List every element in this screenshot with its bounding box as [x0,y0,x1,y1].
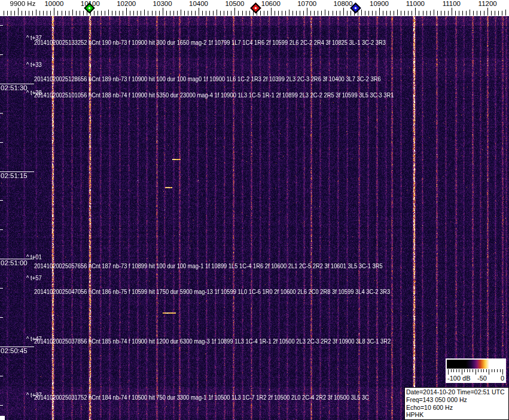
db-tick [462,369,462,375]
db-tick [494,369,495,372]
frequency-tick [470,10,470,16]
frequency-tick [448,11,449,16]
frequency-tick [333,11,333,16]
db-tick [467,369,468,372]
frequency-tick [152,11,153,16]
frequency-tick [318,11,318,16]
time-label: 02:50:45 [1,347,28,354]
frequency-tick [430,11,431,16]
frequency-axis-label: 10500 [225,0,244,7]
db-tick [453,369,454,372]
frequency-axis-label: 10200 [117,0,136,7]
frequency-tick [267,11,268,16]
info-echo-freq: Echo=10 600 Hz [406,404,507,412]
frequency-tick [83,11,84,16]
event-time-marker: ^ t+01 [26,253,42,260]
detection-log-line: 20141020025037856 hCnt 185 nb-74 f 10900… [34,338,391,345]
frequency-tick [130,11,130,16]
db-tick [451,369,452,372]
frequency-tick [278,11,279,16]
frequency-tick [441,11,441,16]
event-time-marker: ^ t+57 [26,274,42,281]
frequency-tick [423,11,423,16]
frequency-tick [14,11,15,16]
time-minor-tick [0,54,3,55]
frequency-tick [65,11,66,16]
frequency-tick [123,11,123,16]
frequency-tick [397,10,398,16]
frequency-tick [43,11,44,16]
frequency-tick [18,8,19,16]
detection-log-line: 20141020025128656 hCnt 189 nb-73 f 10900… [34,75,381,82]
frequency-tick [379,8,380,16]
frequency-tick [184,11,185,16]
frequency-tick [101,11,102,16]
frequency-axis-label: 9900 Hz [10,0,36,7]
frequency-axis-label: 11000 [406,0,425,7]
frequency-tick [271,8,272,16]
frequency-tick [202,11,203,16]
frequency-tick [108,10,109,16]
db-tick [483,369,484,372]
frequency-tick [47,11,47,16]
frequency-tick [321,11,322,16]
frequency-tick [4,11,4,16]
frequency-tick [94,11,95,16]
frequency-tick [401,11,401,16]
frequency-tick [487,8,488,16]
db-label-low: -100 dB [447,375,471,382]
frequency-tick [275,11,275,16]
frequency-tick [234,8,235,16]
frequency-tick [307,8,307,16]
frequency-tick [166,11,167,16]
frequency-tick [199,8,199,16]
time-minor-tick [0,229,3,230]
db-tick [486,369,487,372]
frequency-tick [289,10,289,16]
frequency-tick [242,11,243,16]
frequency-axis-label: 10300 [153,0,172,7]
frequency-tick [22,11,22,16]
frequency-tick [415,8,416,16]
frequency-tick [177,11,178,16]
frequency-axis-label: 10700 [297,0,316,7]
frequency-tick [163,8,163,16]
frequency-tick [144,10,145,16]
frequency-tick [426,11,427,16]
frequency-tick [390,11,391,16]
info-date-time: Date=2014-10-20 Time=02:51 UTC [406,388,507,396]
frequency-tick [72,10,73,16]
frequency-tick [386,11,387,16]
frequency-tick [105,11,105,16]
frequency-tick [394,11,394,16]
frequency-axis-label: 10800 [334,0,353,7]
frequency-tick [495,11,495,16]
frequency-tick [365,11,365,16]
frequency-axis-label: 10400 [189,0,208,7]
db-tick [478,369,478,372]
frequency-tick [296,11,297,16]
frequency-tick [404,11,405,16]
status-info-box: Date=2014-10-20 Time=02:51 UTC Freq=143 … [404,387,509,420]
frequency-tick [502,11,502,16]
frequency-tick [224,11,224,16]
frequency-tick [173,11,174,16]
frequency-tick [328,11,329,16]
db-tick [448,369,449,375]
frequency-tick [206,11,206,16]
frequency-tick [477,11,477,16]
frequency-tick [325,10,325,16]
frequency-tick [491,11,492,16]
frequency-tick [32,11,33,16]
frequency-tick [437,11,438,16]
frequency-tick [181,10,181,16]
frequency-tick [419,11,419,16]
detection-log-line: 20141020025057656 hCnt 187 nb-73 f 10899… [34,262,383,269]
frequency-tick [36,10,36,16]
frequency-tick [213,11,214,16]
frequency-tick [156,11,156,16]
frequency-axis-label: 10600 [261,0,281,7]
db-tick [502,369,503,375]
frequency-tick [505,10,506,16]
db-tick [497,369,498,372]
